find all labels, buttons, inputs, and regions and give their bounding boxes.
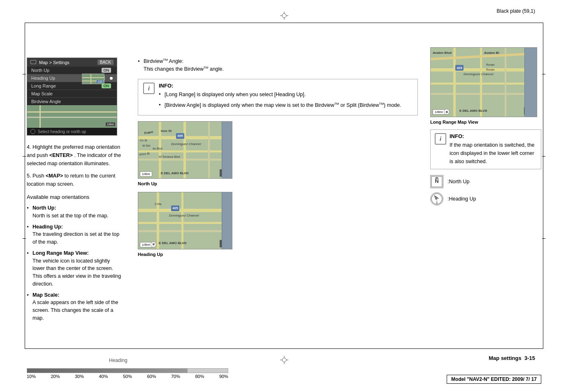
long-range-label: Long Range Map View <box>430 120 541 125</box>
settings-title-icon: Map > Settings <box>30 60 70 65</box>
progress-marks: 10% 20% 30% 40% 50% 60% 70% 80% 90% <box>27 373 228 380</box>
settings-map-preview: 1/8mi <box>27 105 117 128</box>
settings-screen-mockup: Map > Settings BACK North Up ON Heading … <box>27 58 117 136</box>
orientations-section: Available map orientations North Up: Nor… <box>27 194 123 322</box>
settings-row-mapscale: Map Scale <box>27 90 117 98</box>
info-content-1: [Long Range] is displayed only when you … <box>159 90 401 109</box>
info-bullet-2: [Birdview Angle] is displayed only when … <box>159 101 401 109</box>
row-label-headingup: Heading Up <box>31 76 55 81</box>
step5-num: 5. <box>27 173 31 179</box>
orientation-item-longrange: Long Range Map View: The vehicle icon is… <box>27 249 123 288</box>
info-box-2-content: INFO: If the map orientation is switched… <box>450 133 537 166</box>
step5-text: Push <box>32 173 46 179</box>
info-icon-2: i <box>435 133 446 145</box>
heading-up-row: S :Heading Up <box>430 192 541 205</box>
birdview-line: BirdviewTM Angle: This changes the Birdv… <box>138 58 418 73</box>
svg-text:S: S <box>436 201 438 204</box>
info-box-1-content: INFO: [Long Range] is displayed only whe… <box>159 83 401 112</box>
north-up-icon: N <box>430 175 443 188</box>
orientation-item-northup: North Up: North is set at the top of the… <box>27 204 123 220</box>
settings-status-text: Select heading or north up <box>38 129 86 134</box>
back-button: BACK <box>97 60 114 65</box>
info-icon-1: i <box>143 83 155 94</box>
mark-10: 10% <box>27 374 36 379</box>
mark-80: 80% <box>195 374 204 379</box>
map-heading-up: Dominguez Channel S Ma E DEL AMO BLVD 40… <box>138 192 232 249</box>
orientations-title: Available map orientations <box>27 194 123 200</box>
orientations-list: North Up: North is set at the top of the… <box>27 204 123 322</box>
heading-up-icon: S <box>430 192 443 205</box>
radio-icon <box>30 129 35 134</box>
row-label-northup: North Up <box>31 68 49 73</box>
left-column: Map > Settings BACK North Up ON Heading … <box>27 25 130 347</box>
heading-up-label: Heading Up <box>138 252 418 257</box>
right-column: Avalon Blvd Avalon Bl Dominguez Channel … <box>426 25 541 347</box>
orientation-icons: N :North Up S <box>430 175 541 205</box>
info-title-1: INFO: <box>159 83 401 89</box>
info-bullet-1: [Long Range] is displayed only when you … <box>159 90 401 99</box>
step5-key: <MAP> <box>46 173 63 179</box>
settings-title-bar: Map > Settings BACK <box>27 58 117 67</box>
step4: 4. Highlight the preferred map orientati… <box>27 143 123 188</box>
map-long-range: Avalon Blvd Avalon Bl Dominguez Channel … <box>430 47 537 117</box>
mark-40: 40% <box>99 374 108 379</box>
svg-point-2 <box>282 14 286 18</box>
plate-info: Black plate (59,1) <box>497 8 535 14</box>
heading-up-icon-label: :Heading Up <box>447 196 476 202</box>
tv-icon <box>30 60 36 64</box>
mark-30: 30% <box>75 374 84 379</box>
side-tick-left-1 <box>23 74 26 74</box>
middle-column: BirdviewTM Angle: This changes the Birdv… <box>130 25 426 347</box>
side-tick-left-3 <box>23 238 26 239</box>
settings-row-longrange: Long Range ON <box>27 82 117 90</box>
mark-20: 20% <box>51 374 60 379</box>
progress-bar <box>27 368 228 373</box>
side-tick-right-3 <box>542 238 545 239</box>
mark-60: 60% <box>147 374 156 379</box>
badge-longrange: ON <box>102 83 111 88</box>
heading-label: Heading <box>109 357 128 363</box>
side-tick-right-1 <box>542 74 545 74</box>
settings-status-bar: Select heading or north up <box>27 128 117 135</box>
bottom-area: Heading 10% 20% 30% 40% 50% 60% 70% 80% … <box>0 349 568 392</box>
row-label-birdview: Birdview Angle <box>31 99 61 104</box>
settings-row-birdview: Birdview Angle <box>27 98 117 105</box>
mark-90: 90% <box>219 374 228 379</box>
north-up-icon-label: :North Up <box>447 179 470 184</box>
north-up-row: N :North Up <box>430 175 541 188</box>
info-title-2: INFO: <box>450 133 537 139</box>
page-border-top <box>25 23 543 23</box>
step4-num: 4. <box>27 144 31 150</box>
badge-northup: ON <box>102 68 111 73</box>
row-label-longrange: Long Range <box>31 83 56 88</box>
page-border-left <box>25 23 25 349</box>
info-text-2: If the map orientation is switched, the … <box>450 141 537 166</box>
page-border-right <box>543 23 543 349</box>
info-box-2: i INFO: If the map orientation is switch… <box>430 129 541 169</box>
orientation-item-mapscale: Map Scale: A scale appears on the left s… <box>27 291 123 322</box>
side-tick-left-2 <box>23 156 26 157</box>
mark-70: 70% <box>171 374 180 379</box>
bottom-right-info: Model "NAV2-N" EDITED: 2009/ 7/ 17 <box>447 375 541 384</box>
dot-headingup <box>110 77 113 80</box>
info-box-1: i INFO: [Long Range] is displayed only w… <box>138 79 418 115</box>
settings-row-headingup: Heading Up ON 105 <box>27 74 117 82</box>
map-north-up: Franc isco St Co St W Del Av Blvd rance … <box>138 121 232 179</box>
row-label-mapscale: Map Scale <box>31 91 53 96</box>
svg-marker-12 <box>435 196 438 199</box>
side-tick-right-2 <box>542 156 545 157</box>
model-label: Model "NAV2-N" EDITED: 2009/ 7/ 17 <box>447 375 541 384</box>
north-up-label: North Up <box>138 181 418 186</box>
main-content: Map > Settings BACK North Up ON Heading … <box>27 25 541 347</box>
orientation-item-headingup: Heading Up: The traveling direction is s… <box>27 223 123 246</box>
mark-50: 50% <box>123 374 132 379</box>
crosshair-top <box>280 12 288 20</box>
settings-title-text: Map > Settings <box>39 60 70 65</box>
step4-key: <ENTER> <box>49 152 73 158</box>
